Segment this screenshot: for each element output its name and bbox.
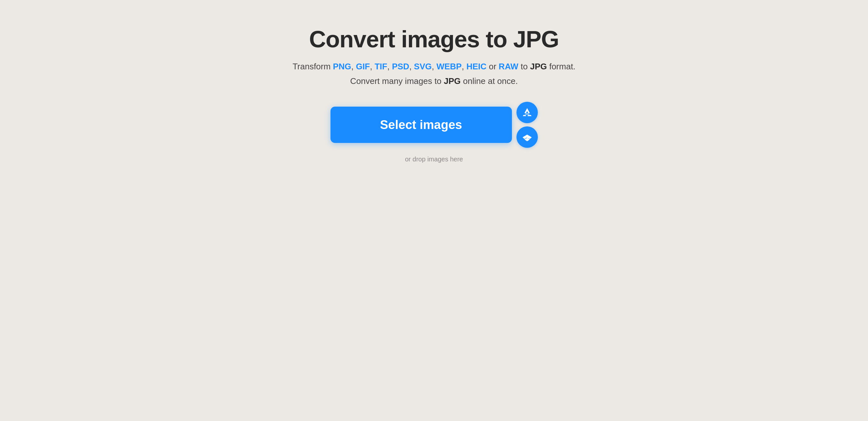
format-png: PNG: [333, 62, 351, 71]
page-title: Convert images to JPG: [309, 26, 559, 53]
main-container: Convert images to JPG Transform PNG, GIF…: [288, 26, 580, 163]
format-jpg-target: JPG: [530, 62, 547, 71]
dropbox-icon: [522, 131, 533, 143]
format-webp: WEBP: [436, 62, 462, 71]
google-drive-button[interactable]: [517, 102, 538, 123]
subtitle-formats: Transform PNG, GIF, TIF, PSD, SVG, WEBP,…: [292, 60, 576, 73]
subtitle-jpg-bold: JPG: [444, 76, 461, 86]
cloud-buttons-container: [517, 102, 538, 148]
format-heic: HEIC: [466, 62, 486, 71]
format-svg: SVG: [414, 62, 432, 71]
format-raw: RAW: [499, 62, 518, 71]
action-area: Select images: [331, 102, 538, 148]
google-drive-icon: [522, 107, 533, 118]
format-tif: TIF: [375, 62, 387, 71]
subtitle-description: Convert many images to JPG online at onc…: [350, 76, 518, 86]
format-gif: GIF: [356, 62, 370, 71]
format-psd: PSD: [392, 62, 409, 71]
select-images-button[interactable]: Select images: [331, 107, 512, 143]
drop-text: or drop images here: [405, 156, 463, 163]
dropbox-button[interactable]: [517, 126, 538, 148]
